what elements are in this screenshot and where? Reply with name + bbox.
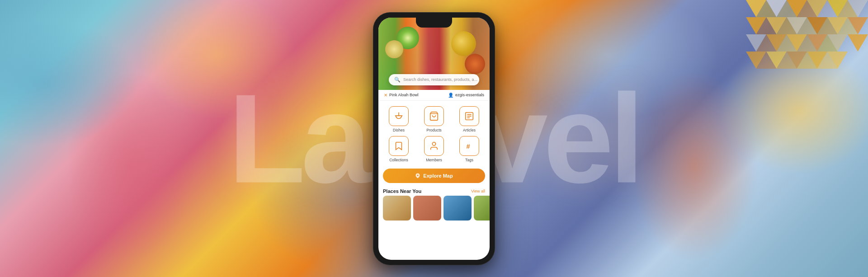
search-bar[interactable]: 🔍 Search dishes, restaurants, products, … bbox=[389, 74, 479, 85]
tags-label: Tags bbox=[465, 158, 473, 162]
svg-text:#: # bbox=[467, 142, 470, 150]
search-icon: 🔍 bbox=[394, 77, 401, 83]
map-pin-icon bbox=[415, 173, 420, 178]
user-handle: 👤 ezgis-essentials bbox=[448, 93, 484, 98]
collections-label: Collections bbox=[389, 158, 408, 162]
hero-image: 🔍 Search dishes, restaurants, products, … bbox=[378, 18, 490, 90]
food-thumb-4[interactable] bbox=[474, 196, 490, 221]
category-tags[interactable]: # Tags bbox=[453, 136, 486, 162]
food-thumbnails bbox=[378, 196, 490, 221]
category-grid: Dishes Products bbox=[378, 101, 490, 166]
phone-mockup: 🔍 Search dishes, restaurants, products, … bbox=[373, 12, 495, 265]
dishes-icon-box bbox=[389, 106, 409, 126]
category-members[interactable]: Members bbox=[417, 136, 451, 162]
search-placeholder: Search dishes, restaurants, products, a.… bbox=[403, 77, 477, 82]
category-articles[interactable]: Articles bbox=[453, 106, 486, 132]
food-thumb-3[interactable] bbox=[443, 196, 472, 221]
category-collections[interactable]: Collections bbox=[382, 136, 415, 162]
dishes-label: Dishes bbox=[393, 128, 405, 132]
svg-point-46 bbox=[432, 142, 435, 145]
category-products[interactable]: Products bbox=[417, 106, 451, 132]
user-icon: 👤 bbox=[448, 93, 453, 98]
phone-frame: 🔍 Search dishes, restaurants, products, … bbox=[373, 12, 495, 265]
members-label: Members bbox=[426, 158, 442, 162]
phone-notch bbox=[416, 18, 452, 28]
food-thumb-1[interactable] bbox=[383, 196, 411, 221]
products-icon-box bbox=[424, 106, 444, 126]
restaurant-info-bar: ✕ Pink Aloah Bowl 👤 ezgis-essentials bbox=[378, 90, 490, 101]
triangle-pattern bbox=[746, 0, 868, 122]
articles-label: Articles bbox=[463, 128, 476, 132]
tags-icon-box: # bbox=[459, 136, 479, 156]
view-all-link[interactable]: View all bbox=[471, 189, 485, 193]
places-header: Places Near You View all bbox=[378, 186, 490, 196]
fork-icon: ✕ bbox=[384, 93, 387, 98]
places-title: Places Near You bbox=[383, 188, 421, 194]
members-icon-box bbox=[424, 136, 444, 156]
svg-point-48 bbox=[417, 174, 419, 176]
phone-screen: 🔍 Search dishes, restaurants, products, … bbox=[378, 18, 490, 260]
collections-icon-box bbox=[389, 136, 409, 156]
products-label: Products bbox=[426, 128, 442, 132]
category-dishes[interactable]: Dishes bbox=[382, 106, 415, 132]
food-thumb-2[interactable] bbox=[413, 196, 441, 221]
restaurant-name: ✕ Pink Aloah Bowl bbox=[384, 93, 419, 98]
explore-map-button[interactable]: Explore Map bbox=[383, 169, 485, 183]
svg-marker-27 bbox=[848, 34, 868, 52]
articles-icon-box bbox=[459, 106, 479, 126]
